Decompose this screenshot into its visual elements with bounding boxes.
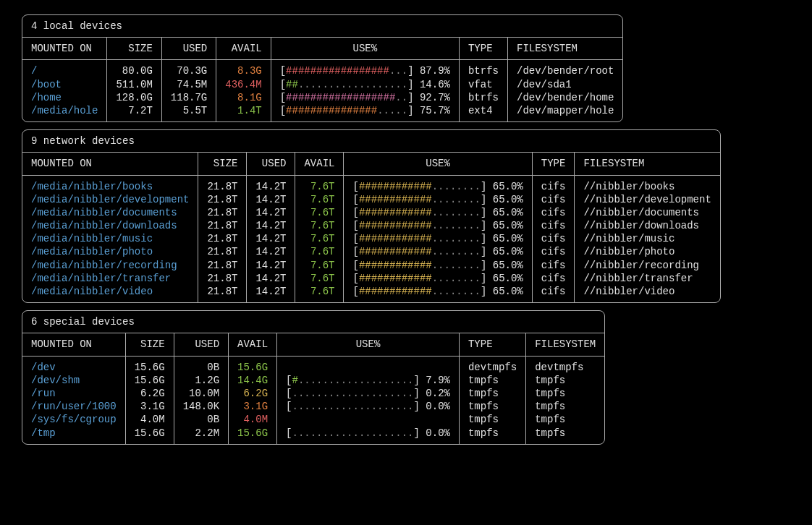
filesystem-path: //nibbler/video bbox=[575, 285, 720, 302]
mount-point: /dev bbox=[22, 356, 125, 374]
usage-percent: 0.0% bbox=[426, 427, 450, 439]
filesystem-path: devtmpfs bbox=[526, 356, 605, 374]
table-row: /dev/shm15.6G1.2G14.4G[#................… bbox=[22, 374, 604, 387]
mount-point: /home bbox=[22, 91, 107, 104]
table-row: /sys/fs/cgroup4.0M0B4.0Mtmpfstmpfs bbox=[22, 413, 604, 426]
use-bar-cell: [....................] 0.0% bbox=[277, 400, 460, 413]
col-avail: AVAIL bbox=[295, 153, 344, 175]
size-value: 21.8T bbox=[198, 285, 247, 302]
use-bar-cell bbox=[277, 413, 460, 426]
used-value: 74.5M bbox=[161, 78, 216, 91]
usage-bar-fill: ############ bbox=[359, 233, 432, 244]
usage-bar-fill: ################# bbox=[286, 65, 389, 77]
size-value: 4.0M bbox=[125, 413, 174, 426]
fs-type: btrfs bbox=[459, 60, 507, 78]
used-value: 14.2T bbox=[247, 259, 295, 272]
filesystem-path: /dev/bender/root bbox=[507, 60, 622, 78]
filesystem-path: //nibbler/recording bbox=[575, 259, 720, 272]
fs-type: tmpfs bbox=[459, 413, 525, 426]
use-bar-cell: [############........] 65.0% bbox=[344, 272, 532, 285]
table-row: /home128.0G118.7G8.1G[##################… bbox=[22, 91, 622, 104]
avail-value: 7.6T bbox=[295, 219, 344, 232]
filesystem-path: tmpfs bbox=[526, 387, 605, 400]
fs-type: cifs bbox=[532, 219, 575, 232]
avail-value: 15.6G bbox=[229, 427, 277, 444]
usage-percent: 87.9% bbox=[420, 65, 450, 77]
mount-point: /tmp bbox=[22, 427, 125, 444]
group-title: 4 local devices bbox=[22, 15, 622, 37]
avail-value: 7.6T bbox=[295, 285, 344, 302]
mount-point: /media/nibbler/development bbox=[22, 193, 198, 206]
col-mounted-on: MOUNTED ON bbox=[22, 333, 125, 356]
usage-bar-fill: ############ bbox=[359, 273, 432, 284]
mount-point: /media/nibbler/music bbox=[22, 232, 198, 245]
disk-table: MOUNTED ONSIZEUSEDAVAILUSE%TYPEFILESYSTE… bbox=[22, 333, 604, 443]
usage-bar-fill: ############ bbox=[359, 246, 432, 257]
use-bar-cell bbox=[277, 356, 460, 374]
use-bar-cell: [############........] 65.0% bbox=[344, 219, 532, 232]
fs-type: ext4 bbox=[459, 104, 507, 121]
filesystem-path: //nibbler/photo bbox=[575, 245, 720, 258]
fs-type: cifs bbox=[532, 272, 575, 285]
col-filesystem: FILESYSTEM bbox=[575, 153, 720, 175]
size-value: 80.0G bbox=[107, 60, 161, 78]
disk-table: MOUNTED ONSIZEUSEDAVAILUSE%TYPEFILESYSTE… bbox=[22, 152, 720, 302]
avail-value: 6.2G bbox=[229, 387, 277, 400]
fs-type: tmpfs bbox=[459, 427, 525, 444]
col-mounted-on: MOUNTED ON bbox=[22, 38, 107, 60]
size-value: 128.0G bbox=[107, 91, 161, 104]
use-bar-cell: [############........] 65.0% bbox=[344, 193, 532, 206]
avail-value: 15.6G bbox=[229, 356, 277, 374]
avail-value: 7.6T bbox=[295, 232, 344, 245]
used-value: 1.2G bbox=[174, 374, 228, 387]
col-type: TYPE bbox=[532, 153, 575, 175]
filesystem-path: tmpfs bbox=[526, 374, 605, 387]
col-avail: AVAIL bbox=[216, 38, 271, 60]
avail-value: 4.0M bbox=[229, 413, 277, 426]
used-value: 14.2T bbox=[247, 245, 295, 258]
usage-percent: 0.0% bbox=[426, 401, 450, 412]
usage-bar-fill: ############ bbox=[359, 194, 432, 205]
table-row: /tmp15.6G2.2M15.6G[....................]… bbox=[22, 427, 604, 444]
filesystem-path: tmpfs bbox=[526, 413, 605, 426]
size-value: 3.1G bbox=[125, 400, 174, 413]
used-value: 14.2T bbox=[247, 285, 295, 302]
fs-type: cifs bbox=[532, 175, 575, 193]
usage-bar-fill: ############ bbox=[359, 220, 432, 231]
usage-percent: 65.0% bbox=[493, 286, 523, 297]
table-row: /media/nibbler/documents21.8T14.2T7.6T[#… bbox=[22, 206, 720, 219]
mount-point: /dev/shm bbox=[22, 374, 125, 387]
usage-bar-empty: ........ bbox=[432, 207, 481, 218]
filesystem-path: /dev/sda1 bbox=[507, 78, 622, 91]
mount-point: /media/nibbler/downloads bbox=[22, 219, 198, 232]
usage-bar-empty: ................... bbox=[298, 375, 414, 386]
filesystem-path: //nibbler/transfer bbox=[575, 272, 720, 285]
table-row: /media/nibbler/transfer21.8T14.2T7.6T[##… bbox=[22, 272, 720, 285]
usage-bar-fill: ############### bbox=[286, 105, 377, 116]
mount-point: /media/nibbler/photo bbox=[22, 245, 198, 258]
mount-point: / bbox=[22, 60, 107, 78]
use-bar-cell: [############........] 65.0% bbox=[344, 232, 532, 245]
usage-bar-empty: ........ bbox=[432, 273, 481, 284]
use-bar-cell: [#...................] 7.9% bbox=[277, 374, 460, 387]
filesystem-path: //nibbler/music bbox=[575, 232, 720, 245]
device-group: 4 local devicesMOUNTED ONSIZEUSEDAVAILUS… bbox=[22, 14, 623, 122]
usage-percent: 65.0% bbox=[493, 233, 523, 244]
size-value: 21.8T bbox=[198, 232, 247, 245]
usage-percent: 65.0% bbox=[493, 181, 523, 192]
used-value: 10.0M bbox=[174, 387, 228, 400]
used-value: 148.0K bbox=[174, 400, 228, 413]
used-value: 0B bbox=[174, 413, 228, 426]
used-value: 5.5T bbox=[161, 104, 216, 121]
used-value: 14.2T bbox=[247, 232, 295, 245]
mount-point: /media/nibbler/documents bbox=[22, 206, 198, 219]
fs-type: cifs bbox=[532, 232, 575, 245]
usage-bar-fill: ############ bbox=[359, 181, 432, 192]
mount-point: /media/nibbler/recording bbox=[22, 259, 198, 272]
filesystem-path: //nibbler/downloads bbox=[575, 219, 720, 232]
fs-type: cifs bbox=[532, 245, 575, 258]
col-avail: AVAIL bbox=[229, 333, 277, 356]
usage-bar-empty: ........ bbox=[432, 194, 481, 205]
usage-bar-fill: ############ bbox=[359, 286, 432, 297]
size-value: 21.8T bbox=[198, 245, 247, 258]
